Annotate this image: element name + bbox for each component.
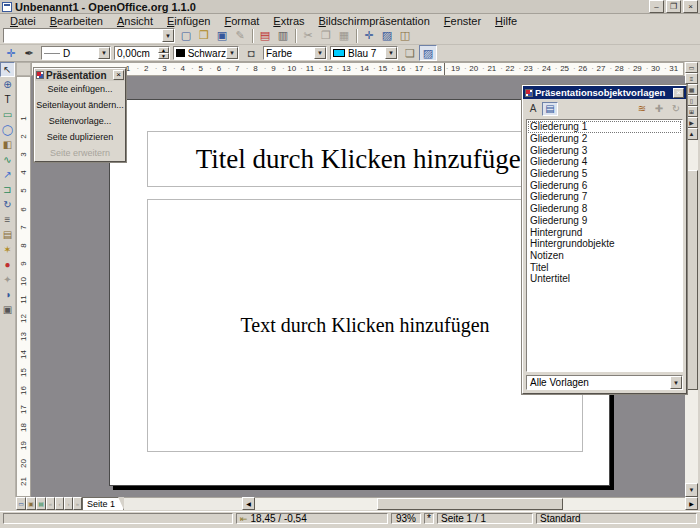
style-list-item[interactable]: Gliederung 9: [528, 215, 681, 227]
style-list-item[interactable]: Untertitel: [528, 273, 681, 285]
page-mode-button[interactable]: ▭: [16, 497, 26, 510]
interaction-tool[interactable]: ●: [0, 257, 15, 272]
line-width-input[interactable]: 0,00cm ▲▼: [114, 46, 170, 60]
navigator-icon[interactable]: ✛: [360, 28, 378, 44]
drawing-view-button[interactable]: ▭: [685, 62, 698, 73]
outline-view-button[interactable]: ≡: [685, 73, 698, 84]
edit-points-icon[interactable]: ✛: [2, 45, 20, 61]
restore-button[interactable]: ❐: [666, 0, 681, 13]
connector-tool[interactable]: ⊐: [0, 182, 15, 197]
url-combobox[interactable]: ▼: [3, 28, 175, 43]
close-button[interactable]: ×: [683, 0, 698, 13]
style-list-item[interactable]: Gliederung 8: [528, 203, 681, 215]
fill-color-select[interactable]: Blau 7 ▼: [330, 46, 398, 60]
new-document-icon[interactable]: ▢: [177, 28, 195, 44]
scroll-right-button[interactable]: ▶: [685, 497, 698, 510]
zoom-tool[interactable]: ⊕: [0, 77, 15, 92]
menu-bearbeiten[interactable]: Bearbeiten: [43, 15, 110, 27]
style-list-item[interactable]: Gliederung 6: [528, 179, 681, 191]
controller-3d-tool[interactable]: ◑: [0, 287, 15, 302]
style-list-item[interactable]: Gliederung 7: [528, 191, 681, 203]
horizontal-scrollbar-track[interactable]: [255, 497, 685, 510]
close-icon[interactable]: ×: [113, 70, 124, 80]
curve-tool[interactable]: ∿: [0, 152, 15, 167]
style-list-item[interactable]: Gliederung 3: [528, 144, 681, 156]
lines-arrows-tool[interactable]: ↗: [0, 167, 15, 182]
presentation-box-tool[interactable]: ▣: [0, 302, 15, 317]
duplicate-slide-item[interactable]: Seite duplizieren: [35, 129, 125, 145]
effects-tool[interactable]: ✶: [0, 242, 15, 257]
title-placeholder[interactable]: Titel durch Klicken hinzufügen: [147, 131, 583, 187]
minimize-button[interactable]: –: [649, 0, 664, 13]
line-ends-style-icon[interactable]: ✒: [20, 45, 38, 61]
rotate-tool[interactable]: ↻: [0, 197, 15, 212]
menu-einfuegen[interactable]: Einfügen: [160, 15, 217, 27]
body-placeholder[interactable]: Text durch Klicken hinzufügen: [147, 199, 583, 452]
chevron-down-icon[interactable]: ▼: [162, 29, 174, 42]
line-color-select[interactable]: Schwarz ▼: [173, 46, 239, 60]
tab-seite-1[interactable]: Seite 1: [82, 497, 124, 510]
graphic-styles-icon[interactable]: A: [525, 102, 541, 116]
presentation-styles-icon[interactable]: ▤: [542, 102, 558, 116]
style-list-item[interactable]: Notizen: [528, 250, 681, 262]
style-list-item[interactable]: Gliederung 4: [528, 156, 681, 168]
menu-ansicht[interactable]: Ansicht: [110, 15, 160, 27]
save-icon[interactable]: ▣: [213, 28, 231, 44]
stylist-toggle-icon[interactable]: ▨: [419, 45, 437, 61]
menu-extras[interactable]: Extras: [266, 15, 311, 27]
chevron-down-icon[interactable]: ▼: [226, 47, 238, 59]
chevron-down-icon[interactable]: ▼: [314, 47, 326, 59]
url-input[interactable]: [4, 29, 162, 42]
style-list-item[interactable]: Gliederung 5: [528, 168, 681, 180]
insert-slide-item[interactable]: Seite einfügen...: [35, 81, 125, 97]
status-zoom-field[interactable]: 93%: [391, 513, 421, 524]
style-list-item[interactable]: Gliederung 2: [528, 133, 681, 145]
style-list-item[interactable]: Hintergrund: [528, 226, 681, 238]
ruler-mark: 15: [374, 63, 392, 75]
scroll-left-button[interactable]: ◀: [242, 497, 255, 510]
objects-3d-tool[interactable]: ◧: [0, 137, 15, 152]
rectangle-tool[interactable]: ▭: [0, 107, 15, 122]
close-icon[interactable]: ×: [673, 88, 684, 98]
stylist-titlebar[interactable]: Präsentationsobjektvorlagen ×: [523, 86, 686, 99]
style-filter-select[interactable]: Alle Vorlagen ▼: [526, 375, 683, 390]
menu-format[interactable]: Format: [217, 15, 266, 27]
modify-layout-item[interactable]: Seitenlayout ändern...: [35, 97, 125, 113]
presentation-palette-titlebar[interactable]: Präsentation ×: [35, 69, 125, 81]
fill-style-select[interactable]: Farbe ▼: [263, 46, 327, 60]
line-width-stepper[interactable]: ▲▼: [158, 47, 169, 59]
page-style-item[interactable]: Seitenvorlage...: [35, 113, 125, 129]
alignment-tool[interactable]: ≡: [0, 212, 15, 227]
text-tool[interactable]: T: [0, 92, 15, 107]
chevron-down-icon[interactable]: ▼: [670, 376, 682, 389]
scroll-down-button[interactable]: ▼: [685, 483, 698, 497]
shadow-icon[interactable]: ❏: [401, 45, 419, 61]
menu-hilfe[interactable]: Hilfe: [488, 15, 524, 27]
layer-mode-button[interactable]: ▤: [36, 497, 46, 510]
style-list-item[interactable]: Hintergrundobjekte: [528, 238, 681, 250]
status-modified-field: *: [424, 513, 434, 524]
area-icon[interactable]: ◘: [242, 45, 260, 61]
status-style-field: Standard: [536, 513, 697, 524]
menu-bildschirmpraesentation[interactable]: Bildschirmpräsentation: [312, 15, 437, 27]
fill-format-mode-icon[interactable]: ≋: [634, 102, 650, 116]
horizontal-scrollbar-thumb[interactable]: [377, 498, 563, 510]
style-list-item[interactable]: Gliederung 1: [528, 121, 681, 133]
open-icon[interactable]: ❒: [195, 28, 213, 44]
style-list-item[interactable]: Titel: [528, 261, 681, 273]
stylist-icon[interactable]: ▨: [378, 28, 396, 44]
menu-datei[interactable]: Datei: [3, 15, 43, 27]
chevron-down-icon[interactable]: ▼: [98, 47, 110, 59]
chevron-down-icon[interactable]: ▼: [385, 47, 397, 59]
pdf-export-icon[interactable]: ▤: [256, 28, 274, 44]
ellipse-tool[interactable]: ◯: [0, 122, 15, 137]
paste-icon: ▦: [335, 28, 353, 44]
arrange-tool[interactable]: ▤: [0, 227, 15, 242]
gallery-icon[interactable]: ◫: [396, 28, 414, 44]
print-icon[interactable]: ▥: [274, 28, 292, 44]
select-tool[interactable]: ↖: [0, 62, 15, 77]
mode-buttons: ▭▣▤: [16, 497, 46, 510]
line-style-select[interactable]: D ▼: [41, 46, 111, 60]
master-mode-button[interactable]: ▣: [26, 497, 36, 510]
menu-fenster[interactable]: Fenster: [437, 15, 488, 27]
